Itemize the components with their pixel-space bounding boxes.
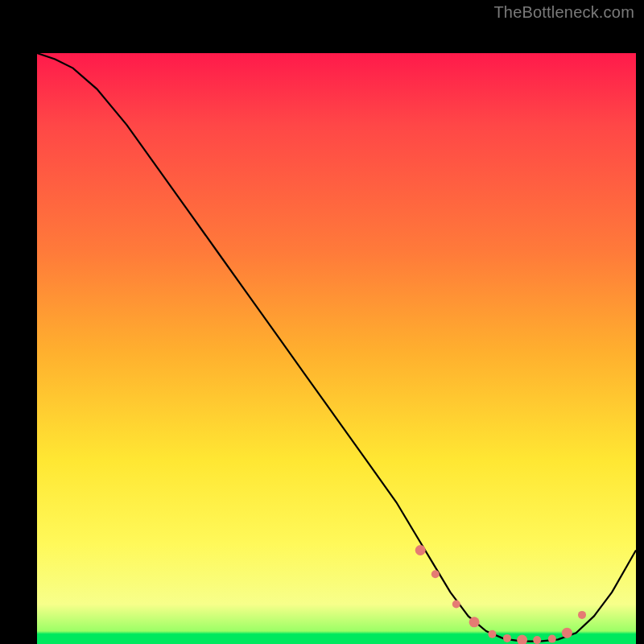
- marker-dot: [533, 636, 541, 644]
- marker-dot: [469, 617, 480, 627]
- marker-dot: [562, 628, 572, 638]
- marker-dot: [548, 635, 556, 643]
- bottleneck-curve: [37, 53, 636, 642]
- chart-gradient-area: [37, 53, 636, 644]
- chart-svg: [37, 53, 636, 644]
- marker-dots: [415, 545, 586, 644]
- watermark-text: TheBottleneck.com: [493, 3, 634, 22]
- marker-dot: [415, 545, 426, 555]
- marker-dot: [452, 601, 460, 609]
- marker-dot: [578, 611, 586, 619]
- marker-dot: [517, 635, 527, 644]
- marker-dot: [431, 570, 440, 578]
- marker-dot: [488, 630, 496, 638]
- marker-dot: [503, 634, 511, 642]
- chart-outer-frame: [14, 23, 630, 638]
